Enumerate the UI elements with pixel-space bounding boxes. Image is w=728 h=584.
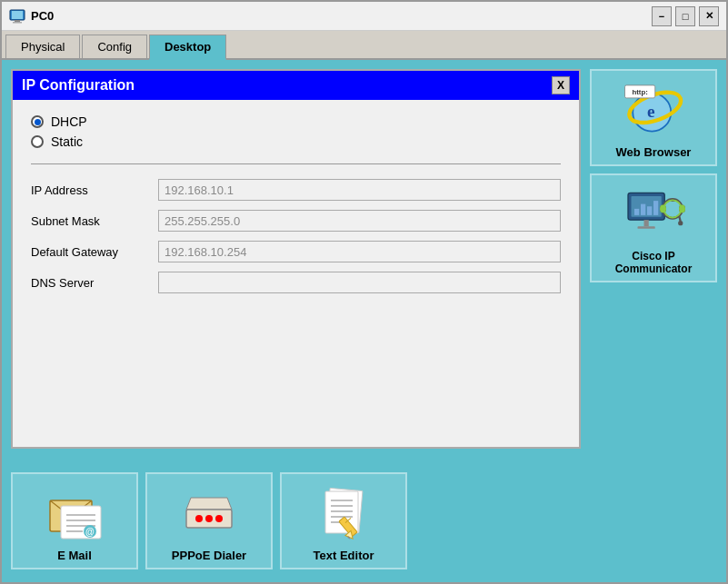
svg-point-16 bbox=[195, 515, 203, 522]
ip-config-title-bar: IP Configuration X bbox=[13, 71, 579, 100]
title-bar-left: PC0 bbox=[9, 8, 54, 25]
svg-point-46 bbox=[678, 221, 683, 225]
subnet-mask-label: Subnet Mask bbox=[31, 214, 158, 228]
static-radio[interactable] bbox=[31, 135, 44, 148]
default-gateway-row: Default Gateway bbox=[31, 241, 561, 262]
partial-strip bbox=[11, 456, 581, 461]
ip-address-row: IP Address bbox=[31, 179, 561, 201]
pppoe-icon-button[interactable]: PPPoE Dialer bbox=[145, 472, 273, 569]
sidebar-icons: e http: Web Browser bbox=[590, 69, 717, 573]
svg-marker-14 bbox=[186, 498, 232, 510]
title-controls: − □ ✕ bbox=[652, 6, 719, 26]
static-radio-item[interactable]: Static bbox=[31, 134, 561, 149]
svg-point-49 bbox=[663, 200, 681, 217]
content-area: IP Configuration X DHCP Static bbox=[2, 60, 726, 582]
main-window: PC0 − □ ✕ Physical Config Desktop IP Con… bbox=[0, 0, 728, 584]
title-bar: PC0 − □ ✕ bbox=[2, 2, 726, 31]
default-gateway-input[interactable] bbox=[158, 241, 561, 262]
svg-point-18 bbox=[215, 515, 223, 522]
svg-rect-37 bbox=[634, 209, 639, 215]
svg-text:@: @ bbox=[85, 527, 95, 537]
email-icon-button[interactable]: @ E Mail bbox=[11, 472, 138, 569]
svg-rect-39 bbox=[647, 206, 652, 215]
cisco-ip-svg bbox=[622, 183, 685, 246]
subnet-mask-input[interactable] bbox=[158, 210, 561, 232]
svg-rect-38 bbox=[641, 204, 645, 215]
default-gateway-label: Default Gateway bbox=[31, 245, 158, 259]
divider bbox=[31, 163, 561, 164]
svg-rect-42 bbox=[638, 226, 655, 229]
svg-rect-3 bbox=[12, 11, 23, 19]
dns-server-row: DNS Server bbox=[31, 272, 561, 293]
svg-rect-40 bbox=[653, 201, 658, 215]
web-browser-label: Web Browser bbox=[616, 145, 692, 159]
dhcp-label: DHCP bbox=[51, 114, 87, 129]
ip-address-input[interactable] bbox=[158, 179, 561, 201]
svg-rect-2 bbox=[13, 22, 22, 24]
bottom-icons: @ E Mail bbox=[11, 469, 581, 573]
tab-config[interactable]: Config bbox=[82, 35, 147, 58]
maximize-button[interactable]: □ bbox=[675, 6, 695, 26]
svg-rect-41 bbox=[644, 220, 649, 226]
close-window-button[interactable]: ✕ bbox=[699, 6, 719, 26]
svg-rect-1 bbox=[15, 20, 20, 22]
tab-desktop[interactable]: Desktop bbox=[149, 35, 226, 60]
web-browser-icon-image: e http: bbox=[622, 78, 685, 142]
svg-text:http:: http: bbox=[632, 88, 647, 96]
email-icon-image: @ bbox=[43, 481, 106, 545]
minimize-button[interactable]: − bbox=[652, 6, 672, 26]
pppoe-svg bbox=[177, 484, 241, 543]
svg-point-17 bbox=[205, 515, 213, 522]
tab-bar: Physical Config Desktop bbox=[2, 31, 726, 60]
ip-config-body: DHCP Static IP Address Subnet Mask bbox=[13, 100, 579, 317]
pc-icon bbox=[9, 8, 25, 25]
static-label: Static bbox=[51, 134, 83, 149]
main-panel: IP Configuration X DHCP Static bbox=[11, 69, 581, 573]
email-svg: @ bbox=[43, 484, 106, 543]
text-editor-svg bbox=[312, 484, 375, 543]
tab-physical[interactable]: Physical bbox=[5, 35, 80, 58]
ip-address-label: IP Address bbox=[31, 183, 158, 197]
ip-config-window: IP Configuration X DHCP Static bbox=[11, 69, 581, 449]
pppoe-icon-image bbox=[177, 481, 241, 545]
dns-server-input[interactable] bbox=[158, 272, 561, 293]
svg-text:e: e bbox=[647, 102, 655, 121]
web-browser-icon-button[interactable]: e http: Web Browser bbox=[590, 69, 717, 166]
svg-point-51 bbox=[679, 205, 685, 213]
cisco-ip-icon-button[interactable]: Cisco IPCommunicator bbox=[590, 173, 717, 282]
text-editor-icon-button[interactable]: Text Editor bbox=[280, 472, 407, 569]
ip-config-title-text: IP Configuration bbox=[22, 77, 135, 94]
subnet-mask-row: Subnet Mask bbox=[31, 210, 561, 232]
text-editor-label: Text Editor bbox=[314, 549, 374, 562]
svg-point-50 bbox=[660, 205, 666, 213]
dns-server-label: DNS Server bbox=[31, 276, 158, 290]
ip-close-button[interactable]: X bbox=[552, 76, 570, 94]
dhcp-radio[interactable] bbox=[31, 115, 44, 128]
cisco-ip-icon-image bbox=[622, 183, 685, 246]
web-browser-svg: e http: bbox=[622, 78, 685, 142]
radio-group: DHCP Static bbox=[31, 114, 561, 149]
text-editor-icon-image bbox=[312, 481, 375, 545]
cisco-ip-label: Cisco IPCommunicator bbox=[615, 250, 693, 275]
pppoe-label: PPPoE Dialer bbox=[172, 549, 246, 562]
window-title: PC0 bbox=[31, 9, 54, 23]
email-label: E Mail bbox=[57, 549, 92, 562]
dhcp-radio-item[interactable]: DHCP bbox=[31, 114, 561, 129]
